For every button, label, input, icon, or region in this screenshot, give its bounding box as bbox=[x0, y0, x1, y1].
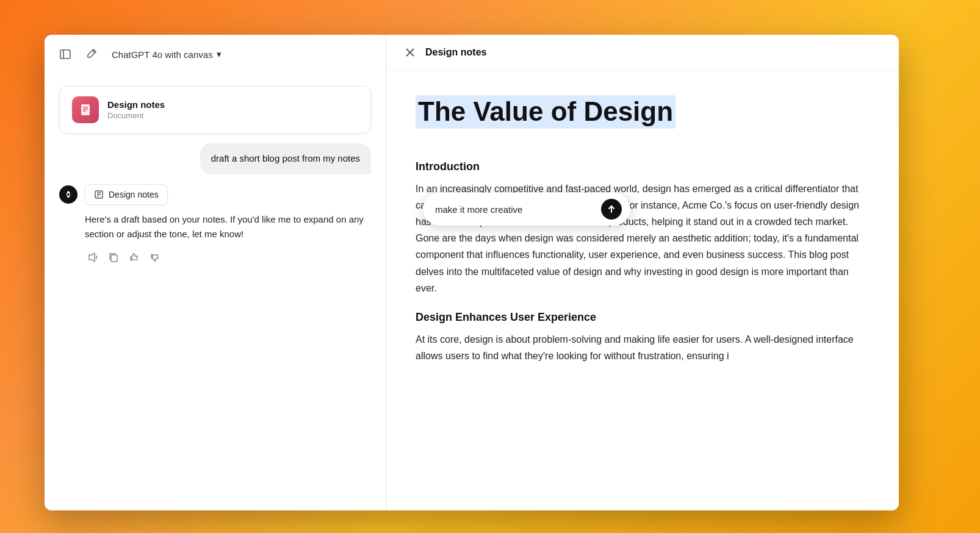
close-canvas-button[interactable] bbox=[403, 46, 417, 59]
assistant-text: Here's a draft based on your notes. If y… bbox=[85, 212, 371, 243]
canvas-header: Design notes bbox=[386, 35, 899, 71]
canvas-content: The Value of Design make it more creativ… bbox=[386, 71, 899, 510]
canvas-ref-label: Design notes bbox=[109, 190, 159, 199]
app-window: ChatGPT 4o with canvas ▾ Design notes D bbox=[45, 35, 899, 510]
sidebar-toggle-button[interactable] bbox=[57, 46, 74, 63]
section2-heading: Design Enhances User Experience bbox=[416, 311, 870, 324]
svg-point-6 bbox=[67, 193, 70, 196]
intro-heading: Introduction bbox=[416, 160, 870, 173]
section2-body-text: At its core, design is about problem-sol… bbox=[416, 331, 870, 364]
chat-messages: Design notes Document draft a short blog… bbox=[45, 74, 386, 510]
new-chat-button[interactable] bbox=[82, 46, 99, 63]
model-selector-button[interactable]: ChatGPT 4o with canvas ▾ bbox=[108, 46, 225, 62]
svg-marker-11 bbox=[89, 253, 95, 262]
audio-button[interactable] bbox=[85, 249, 101, 265]
blog-title: The Value of Design bbox=[416, 95, 870, 146]
assistant-message-row: Design notes Here's a draft based on you… bbox=[59, 184, 371, 266]
document-icon bbox=[72, 96, 99, 123]
canvas-reference-pill[interactable]: Design notes bbox=[85, 184, 168, 205]
copy-button[interactable] bbox=[106, 249, 121, 265]
document-title: Design notes bbox=[107, 99, 165, 110]
chat-panel: ChatGPT 4o with canvas ▾ Design notes D bbox=[45, 35, 386, 510]
document-subtitle: Document bbox=[107, 111, 165, 120]
top-bar: ChatGPT 4o with canvas ▾ bbox=[45, 35, 386, 74]
model-chevron-icon: ▾ bbox=[217, 49, 222, 60]
floating-prompt-bar: make it more creative bbox=[423, 193, 630, 226]
user-message: draft a short blog post from my notes bbox=[200, 143, 371, 174]
svg-rect-0 bbox=[60, 50, 70, 59]
thumbs-down-button[interactable] bbox=[147, 249, 163, 265]
floating-submit-button[interactable] bbox=[601, 199, 622, 220]
canvas-panel: Design notes The Value of Design make it… bbox=[386, 35, 899, 510]
floating-input-display: make it more creative bbox=[435, 204, 595, 215]
thumbs-up-button[interactable] bbox=[126, 249, 142, 265]
assistant-avatar bbox=[59, 185, 77, 204]
svg-rect-2 bbox=[81, 104, 90, 115]
feedback-actions bbox=[85, 249, 371, 265]
document-info: Design notes Document bbox=[107, 99, 165, 120]
canvas-title: Design notes bbox=[425, 47, 486, 58]
assistant-content: Design notes Here's a draft based on you… bbox=[85, 184, 371, 266]
svg-rect-12 bbox=[111, 255, 117, 262]
model-label: ChatGPT 4o with canvas bbox=[112, 49, 213, 60]
document-attachment-card[interactable]: Design notes Document bbox=[59, 86, 371, 134]
